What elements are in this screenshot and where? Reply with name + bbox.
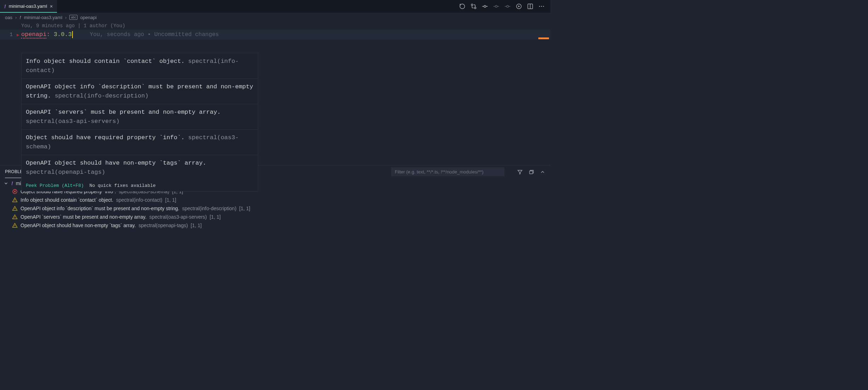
yaml-file-icon: ! — [11, 181, 13, 186]
problem-row[interactable]: OpenAPI object info `description` must b… — [4, 204, 547, 213]
problems-filter-input[interactable] — [391, 167, 504, 176]
hover-diagnostic-row[interactable]: OpenAPI object info `description` must b… — [22, 79, 258, 104]
problem-message: Info object should contain `contact` obj… — [21, 197, 113, 203]
yaml-file-icon: ! — [19, 15, 21, 20]
timeline-icon[interactable] — [459, 3, 465, 10]
tab-filename: minimal-oas3.yaml — [9, 4, 47, 9]
warning-icon — [12, 206, 18, 211]
collapse-all-icon[interactable] — [528, 169, 534, 175]
error-icon — [12, 189, 18, 194]
warning-icon — [12, 197, 18, 203]
problem-row[interactable]: OpenAPI object should have non-empty `ta… — [4, 221, 547, 230]
code-line-content[interactable]: openapi: 3.0.3 — [21, 31, 73, 38]
fold-gutter-icon[interactable]: ▶ — [15, 33, 21, 37]
tab-active-underline — [0, 12, 57, 13]
svg-point-8 — [539, 6, 540, 7]
hover-footer: Peek Problem (Alt+F8) No quick fixes ava… — [22, 180, 258, 191]
breadcrumb-separator-icon: › — [65, 15, 66, 20]
problem-row[interactable]: Info object should contain `contact` obj… — [4, 196, 547, 204]
svg-point-10 — [543, 6, 544, 7]
svg-point-5 — [507, 5, 509, 7]
problem-location: [1, 1] — [191, 223, 202, 228]
hover-diagnostic-row[interactable]: Object should have required property `in… — [22, 130, 258, 155]
code-editor[interactable]: You, 9 minutes ago | 1 author (You) 1 ▶ … — [0, 22, 550, 40]
text-cursor — [72, 31, 73, 38]
line-number: 1 — [0, 32, 15, 37]
editor-tab[interactable]: ! minimal-oas3.yaml × — [0, 0, 57, 13]
filter-icon[interactable] — [517, 169, 523, 175]
yaml-key-token: openapi — [21, 31, 46, 39]
breadcrumb-separator-icon: › — [15, 15, 17, 20]
git-codelens[interactable]: You, 9 minutes ago | 1 author (You) — [0, 22, 550, 30]
more-icon[interactable] — [538, 3, 545, 10]
breadcrumb[interactable]: oas › ! minimal-oas3.yaml › abc openapi — [0, 13, 550, 22]
svg-point-9 — [541, 6, 542, 7]
inline-git-blame: You, seconds ago • Uncommitted changes — [90, 31, 219, 38]
warning-icon — [12, 223, 18, 228]
hover-diagnostic-row[interactable]: OpenAPI `servers` must be present and no… — [22, 104, 258, 130]
split-editor-icon[interactable] — [527, 3, 533, 10]
editor-actions — [459, 3, 550, 10]
breadcrumb-root[interactable]: oas — [5, 15, 12, 20]
yaml-file-icon: ! — [4, 4, 6, 9]
chevron-down-icon[interactable] — [4, 181, 8, 186]
problem-message: OpenAPI object info `description` must b… — [21, 206, 179, 211]
chevron-up-icon[interactable] — [540, 169, 545, 175]
hover-diagnostic-text: Info object should contain `contact` obj… — [26, 58, 188, 65]
git-commit-disabled2-icon[interactable] — [504, 3, 511, 10]
problem-source: spectral(info-contact) — [116, 197, 162, 203]
problem-source: spectral(openapi-tags) — [139, 223, 188, 228]
symbol-string-icon: abc — [69, 15, 77, 20]
peek-problem-link[interactable]: Peek Problem (Alt+F8) — [26, 183, 84, 188]
hover-diagnostic-row[interactable]: OpenAPI object should have non-empty `ta… — [22, 155, 258, 180]
problem-source: spectral(oas3-api-servers) — [149, 214, 207, 220]
yaml-colon-token: : — [46, 31, 50, 38]
problem-row[interactable]: OpenAPI `servers` must be present and no… — [4, 213, 547, 221]
hover-diagnostic-text: Object should have required property `in… — [26, 134, 188, 141]
svg-point-0 — [460, 4, 465, 9]
problem-message: OpenAPI `servers` must be present and no… — [21, 214, 146, 220]
no-quick-fix-label: No quick fixes available — [89, 183, 156, 188]
svg-point-3 — [484, 5, 486, 7]
yaml-value-token: 3.0.3 — [50, 31, 72, 38]
hover-diagnostic-text: OpenAPI `servers` must be present and no… — [26, 109, 221, 116]
hover-diagnostic-source: spectral(openapi-tags) — [26, 169, 105, 176]
breadcrumb-symbol[interactable]: openapi — [80, 15, 97, 20]
git-commit-icon[interactable] — [482, 3, 488, 10]
overview-ruler-marker[interactable] — [538, 37, 549, 39]
hover-diagnostic-text: OpenAPI object should have non-empty `ta… — [26, 160, 206, 166]
svg-point-2 — [474, 7, 476, 9]
svg-point-4 — [495, 5, 497, 7]
warning-icon — [12, 214, 18, 220]
tab-bar: ! minimal-oas3.yaml × — [0, 0, 550, 13]
close-icon[interactable]: × — [50, 4, 53, 9]
panel-actions — [517, 169, 545, 175]
svg-rect-11 — [530, 171, 533, 174]
hover-tooltip: Info object should contain `contact` obj… — [21, 53, 258, 191]
svg-point-1 — [471, 4, 473, 6]
hover-diagnostic-source: spectral(oas3-api-servers) — [26, 118, 120, 125]
breadcrumb-file[interactable]: minimal-oas3.yaml — [24, 15, 62, 20]
hover-diagnostic-row[interactable]: Info object should contain `contact` obj… — [22, 53, 258, 79]
problem-location: [1, 1] — [165, 197, 176, 203]
editor-area: You, 9 minutes ago | 1 author (You) 1 ▶ … — [0, 22, 550, 165]
git-commit-disabled-icon[interactable] — [493, 3, 499, 10]
problem-location: [1, 1] — [210, 214, 221, 220]
git-compare-icon[interactable] — [470, 3, 477, 10]
problem-message: OpenAPI object should have non-empty `ta… — [21, 223, 136, 228]
run-icon[interactable] — [516, 3, 522, 10]
problem-location: [1, 1] — [239, 206, 250, 211]
hover-diagnostic-source: spectral(info-description) — [55, 93, 149, 99]
problem-source: spectral(info-description) — [182, 206, 236, 211]
